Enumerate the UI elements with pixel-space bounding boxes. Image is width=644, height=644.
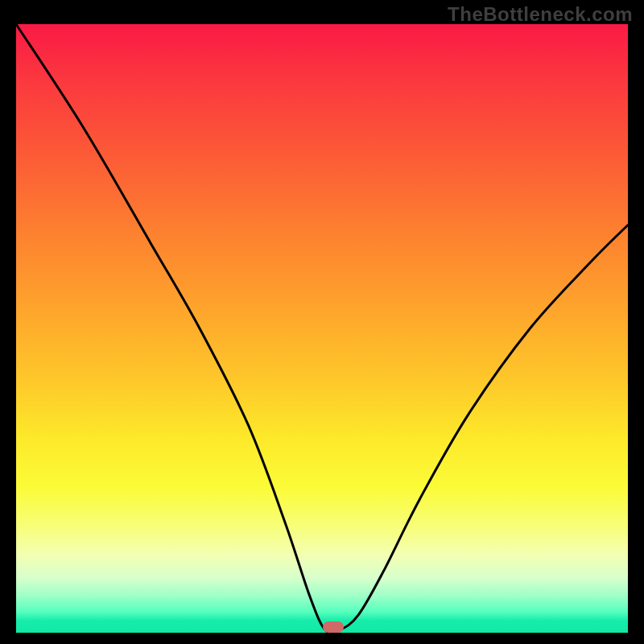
watermark-text: TheBottleneck.com (448, 3, 633, 26)
plot-area (16, 24, 628, 633)
bottleneck-curve (16, 24, 628, 633)
chart-frame: TheBottleneck.com (0, 0, 644, 644)
optimum-marker (323, 621, 344, 633)
curve-svg (16, 24, 628, 633)
